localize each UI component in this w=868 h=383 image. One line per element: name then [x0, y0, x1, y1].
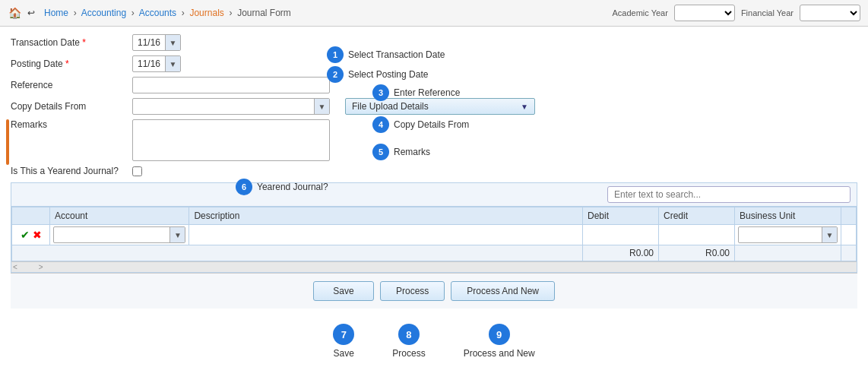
- totals-row: R0.00 R0.00: [12, 245, 857, 261]
- remarks-row: Remarks: [11, 119, 857, 161]
- file-upload-label: File Upload Details: [352, 101, 429, 112]
- delete-row-button[interactable]: ✖: [33, 229, 42, 241]
- debit-cell[interactable]: [583, 225, 659, 245]
- journal-table: Account Description Debit Credit Busines…: [11, 207, 857, 261]
- copy-from-row: Copy Details From ▼ File Upload Details …: [11, 98, 857, 115]
- description-cell[interactable]: [189, 225, 583, 245]
- callout-8: 8 Process: [392, 324, 425, 359]
- col-description: Description: [189, 207, 583, 225]
- col-extra: [841, 207, 857, 225]
- reference-label: Reference: [11, 80, 132, 90]
- financial-year-select[interactable]: [800, 5, 860, 21]
- academic-year-select[interactable]: [674, 5, 735, 21]
- description-input[interactable]: [192, 227, 579, 242]
- posting-date-value: 11/16: [133, 59, 165, 69]
- top-navigation: 🏠 ↩ Home › Accounting › Accounts › Journ…: [0, 0, 868, 27]
- total-debit: R0.00: [583, 245, 659, 261]
- breadcrumb-current: Journal Form: [237, 8, 291, 18]
- total-credit: R0.00: [659, 245, 735, 261]
- yearend-checkbox[interactable]: [132, 166, 142, 176]
- callout-8-circle: 8: [398, 324, 420, 345]
- totals-end: [735, 245, 841, 261]
- totals-extra: [841, 245, 857, 261]
- scroll-right-indicator: >: [39, 263, 43, 271]
- credit-input[interactable]: [662, 227, 731, 242]
- bottom-callouts: 7 Save 8 Process 9 Process and New: [0, 316, 868, 362]
- transaction-date-field[interactable]: 11/16 ▼: [132, 34, 181, 51]
- copy-from-label: Copy Details From: [11, 101, 132, 112]
- save-button[interactable]: Save: [313, 281, 374, 301]
- debit-input[interactable]: [586, 227, 655, 242]
- business-unit-dropdown-btn[interactable]: ▼: [822, 227, 837, 242]
- col-credit: Credit: [659, 207, 735, 225]
- col-business-unit: Business Unit: [735, 207, 841, 225]
- grid-header-row: Account Description Debit Credit Busines…: [12, 207, 857, 225]
- business-unit-select[interactable]: ▼: [738, 226, 838, 243]
- callout-7-text: Save: [334, 348, 354, 359]
- main-form: Transaction Date * 11/16 ▼ Posting Date …: [0, 27, 868, 316]
- academic-year-label: Academic Year: [613, 8, 668, 17]
- file-upload-arrow-icon: ▼: [521, 103, 528, 111]
- confirm-row-button[interactable]: ✔: [21, 229, 30, 241]
- col-debit: Debit: [583, 207, 659, 225]
- process-and-new-button[interactable]: Process And New: [451, 281, 555, 301]
- callout-7: 7 Save: [333, 324, 354, 359]
- copy-from-dropdown-btn[interactable]: ▼: [314, 99, 329, 114]
- account-cell: ▼: [50, 225, 189, 245]
- financial-year-label: Financial Year: [741, 8, 794, 17]
- home-icon[interactable]: 🏠: [8, 6, 21, 20]
- business-unit-cell: ▼: [735, 225, 841, 245]
- row-actions: ✔ ✖: [12, 225, 50, 245]
- callout-8-text: Process: [392, 348, 425, 359]
- row-action-buttons: ✔ ✖: [15, 229, 46, 241]
- callout-9: 9 Process and New: [464, 324, 535, 359]
- callout-9-text: Process and New: [464, 348, 535, 359]
- breadcrumb-home[interactable]: Home: [44, 8, 68, 18]
- transaction-date-row: Transaction Date * 11/16 ▼: [11, 34, 857, 51]
- grid-search-bar: [11, 183, 857, 207]
- col-account: Account: [50, 207, 189, 225]
- account-dropdown-btn[interactable]: ▼: [169, 227, 185, 242]
- breadcrumb: Home › Accounting › Accounts › Journals …: [44, 8, 613, 18]
- totals-spacer: [12, 245, 583, 261]
- account-select[interactable]: ▼: [53, 226, 185, 243]
- callout-9-circle: 9: [489, 324, 510, 345]
- posting-date-row: Posting Date * 11/16 ▼: [11, 55, 857, 72]
- yearend-row: Is This a Yearend Journal?: [11, 166, 857, 176]
- transaction-date-value: 11/16: [133, 37, 165, 48]
- reference-row: Reference: [11, 77, 857, 93]
- action-buttons: Save Process Process And New: [11, 273, 857, 309]
- transaction-date-picker-btn[interactable]: ▼: [165, 35, 180, 50]
- remarks-textarea[interactable]: [132, 119, 330, 161]
- file-upload-button[interactable]: File Upload Details ▼: [345, 98, 535, 115]
- arrow-icon[interactable]: ↩: [24, 6, 38, 20]
- copy-from-field[interactable]: ▼: [132, 98, 330, 115]
- remarks-orange-bar: [6, 119, 9, 165]
- horizontal-scrollbar[interactable]: < >: [11, 261, 857, 272]
- scroll-left-indicator: <: [13, 263, 17, 271]
- credit-cell[interactable]: [659, 225, 735, 245]
- posting-date-field[interactable]: 11/16 ▼: [132, 55, 181, 72]
- remarks-label: Remarks: [11, 119, 132, 130]
- breadcrumb-journals[interactable]: Journals: [189, 8, 223, 18]
- yearend-label: Is This a Yearend Journal?: [11, 166, 132, 176]
- process-button[interactable]: Process: [380, 281, 445, 301]
- breadcrumb-accounts[interactable]: Accounts: [139, 8, 176, 18]
- posting-date-picker-btn[interactable]: ▼: [165, 56, 180, 71]
- nav-icons: 🏠 ↩: [8, 6, 38, 20]
- row-extra: [841, 225, 857, 245]
- table-row: ✔ ✖ ▼: [12, 225, 857, 245]
- reference-input[interactable]: [132, 77, 330, 93]
- year-selectors: Academic Year Financial Year: [613, 5, 861, 21]
- callout-7-circle: 7: [333, 324, 354, 345]
- grid-search-input[interactable]: [607, 186, 851, 203]
- breadcrumb-accounting[interactable]: Accounting: [81, 8, 126, 18]
- col-actions: [12, 207, 50, 225]
- journal-grid: Account Description Debit Credit Busines…: [11, 182, 857, 273]
- transaction-date-label: Transaction Date *: [11, 37, 132, 48]
- posting-date-label: Posting Date *: [11, 59, 132, 69]
